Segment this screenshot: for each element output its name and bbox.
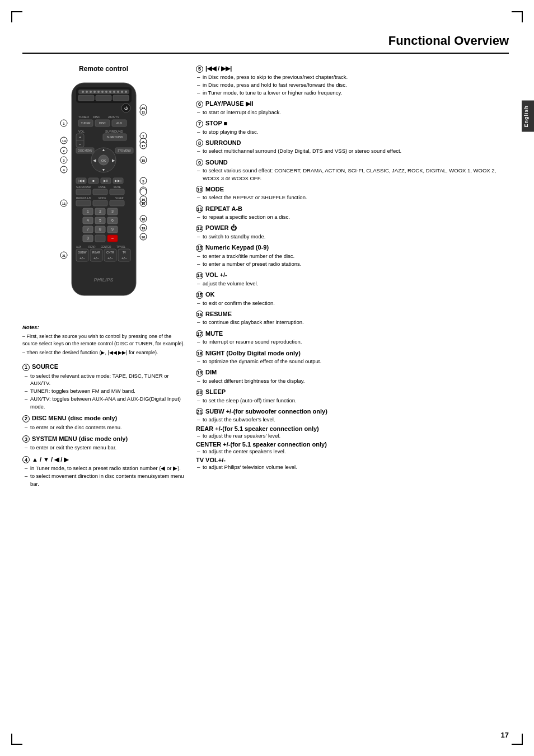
svg-text:11: 11: [62, 202, 65, 205]
svg-text:+/–: +/–: [107, 256, 113, 260]
svg-text:1: 1: [87, 209, 89, 213]
svg-text:⏻: ⏻: [124, 106, 128, 110]
svg-text:DISC: DISC: [93, 115, 100, 119]
svg-text:|◀◀: |◀◀: [78, 179, 85, 182]
func-item-repeat-ab: 11 REPEAT A-B to repeat a specific secti…: [196, 205, 509, 221]
func-num-12: 12: [196, 225, 203, 232]
svg-text:REAR: REAR: [92, 251, 100, 254]
svg-text:+: +: [78, 135, 81, 139]
func-desc-subw: to adjust the subwoofer's level.: [196, 416, 509, 423]
notes-text: – First, select the source you wish to c…: [22, 333, 185, 356]
func-desc-repeat-ab: to repeat a specific section on a disc.: [196, 213, 509, 220]
func-num-2: 2: [22, 415, 30, 422]
func-num-7: 7: [196, 120, 203, 128]
svg-rect-67: [110, 200, 124, 206]
func-num-14: 14: [196, 272, 203, 279]
func-item-subw: 21 SUBW +/-(for subwoofer connection onl…: [196, 408, 509, 471]
func-desc-vol: adjust the volume level.: [196, 280, 509, 287]
func-num-13: 13: [196, 245, 203, 252]
svg-text:PHILIPS: PHILIPS: [93, 277, 113, 283]
func-desc-nav: in Tuner mode, to select a preset radio …: [22, 464, 185, 487]
svg-text:9: 9: [111, 227, 114, 231]
func-name-mute: MUTE: [205, 330, 223, 337]
func-desc-sleep: to set the sleep (auto-off) timer functi…: [196, 397, 509, 404]
func-desc-source: to select the relevant active mode: TAPE…: [22, 372, 185, 410]
func-name-resume: RESUME: [205, 311, 232, 317]
svg-rect-59: [76, 189, 91, 195]
svg-text:OK: OK: [101, 159, 106, 162]
svg-text:▶▶|: ▶▶|: [115, 179, 121, 182]
svg-text:TV VOL: TV VOL: [116, 246, 126, 248]
svg-point-11: [113, 91, 115, 93]
svg-point-10: [109, 91, 111, 93]
func-name-skip: |◀◀ / ▶▶|: [205, 65, 232, 72]
svg-point-14: [125, 91, 127, 93]
svg-text:CNTR: CNTR: [106, 251, 114, 254]
svg-point-4: [86, 91, 88, 93]
svg-rect-61: [110, 189, 124, 195]
func-item-play-pause: 6 PLAY/PAUSE ▶II to start or interrupt d…: [196, 100, 509, 116]
func-num-8: 8: [196, 139, 203, 147]
svg-rect-88: [95, 235, 105, 242]
func-num-3: 3: [22, 435, 30, 443]
func-item-mode: 10 MODE to select the REPEAT or SHUFFLE …: [196, 186, 509, 201]
svg-text:SLEEP: SLEEP: [115, 197, 124, 200]
svg-text:5: 5: [99, 218, 101, 222]
func-name-center: CENTER +/-(for 5.1 speaker connection on…: [196, 441, 327, 448]
remote-control-title: Remote control: [22, 65, 185, 73]
func-item-system-menu: 3 SYSTEM MENU (disc mode only) to enter …: [22, 435, 185, 452]
remote-svg: ⏻ TUNER DISC AUX/TV TUNER DISC AUX: [55, 77, 153, 318]
func-item-sleep: 20 SLEEP to set the sleep (auto-off) tim…: [196, 388, 509, 404]
svg-text:VOL: VOL: [78, 130, 85, 133]
func-num-6: 6: [196, 101, 203, 108]
svg-text:MUTE: MUTE: [114, 186, 121, 189]
svg-text:▲: ▲: [101, 148, 105, 152]
svg-point-3: [82, 91, 84, 93]
svg-text:14: 14: [62, 139, 65, 143]
func-item-night: 18 NIGHT (Dolby Digital mode only) to op…: [196, 350, 509, 365]
svg-rect-17: [113, 95, 129, 101]
svg-text:18: 18: [141, 218, 145, 221]
svg-text:■: ■: [92, 179, 95, 182]
func-item-sound: 9 SOUND to select various sound effect: …: [196, 159, 509, 182]
func-item-vol: 14 VOL +/- adjust the volume level.: [196, 271, 509, 287]
func-num-15: 15: [196, 292, 203, 299]
func-num-20: 20: [196, 389, 203, 396]
func-name-night: NIGHT (Dolby Digital mode only): [205, 350, 301, 356]
svg-text:SURROUND: SURROUND: [106, 135, 123, 139]
svg-text:+/–: +/–: [79, 256, 85, 260]
svg-rect-16: [96, 95, 111, 101]
svg-text:TUNER: TUNER: [78, 115, 89, 119]
func-desc-ok: to exit or confirm the selection.: [196, 299, 509, 307]
svg-point-5: [90, 91, 92, 93]
svg-text:7: 7: [87, 227, 89, 231]
func-item-dim: 19 DIM to select different brightness fo…: [196, 369, 509, 384]
func-name-mode: MODE: [205, 186, 224, 192]
svg-text:SURROUND: SURROUND: [105, 130, 123, 133]
notes-title: Notes:: [22, 323, 185, 331]
func-name-sound: SOUND: [205, 159, 228, 166]
func-item-disc-menu: 2 DISC MENU (disc mode only) to enter or…: [22, 415, 185, 431]
func-name-stop: STOP ■: [205, 120, 227, 126]
svg-text:3: 3: [111, 209, 114, 213]
func-desc-stop: to stop playing the disc.: [196, 128, 509, 135]
func-num-17: 17: [196, 330, 203, 337]
svg-text:SYS MENU: SYS MENU: [118, 149, 131, 152]
func-name-source: SOURCE: [32, 363, 58, 370]
svg-text:–: –: [111, 236, 114, 240]
func-desc-disc-menu: to enter or exit the disc contents menu.: [22, 424, 185, 431]
func-item-skip: 5 |◀◀ / ▶▶| in Disc mode, press to skip …: [196, 65, 509, 96]
func-num-21: 21: [196, 408, 203, 415]
func-desc-resume: to continue disc playback after interrup…: [196, 318, 509, 326]
func-num-9: 9: [196, 159, 203, 166]
func-num-4: 4: [22, 456, 30, 463]
func-desc-play-pause: to start or interrupt disc playback.: [196, 109, 509, 116]
func-name-tvvol: TV VOL+/-: [196, 457, 226, 463]
func-desc-power: to switch to standby mode.: [196, 233, 509, 240]
svg-text:AUX: AUX: [76, 246, 81, 248]
svg-text:TV: TV: [122, 251, 126, 254]
svg-text:2: 2: [99, 209, 101, 213]
svg-text:+/–: +/–: [93, 256, 99, 260]
svg-point-7: [97, 91, 100, 93]
func-num-10: 10: [196, 186, 203, 193]
